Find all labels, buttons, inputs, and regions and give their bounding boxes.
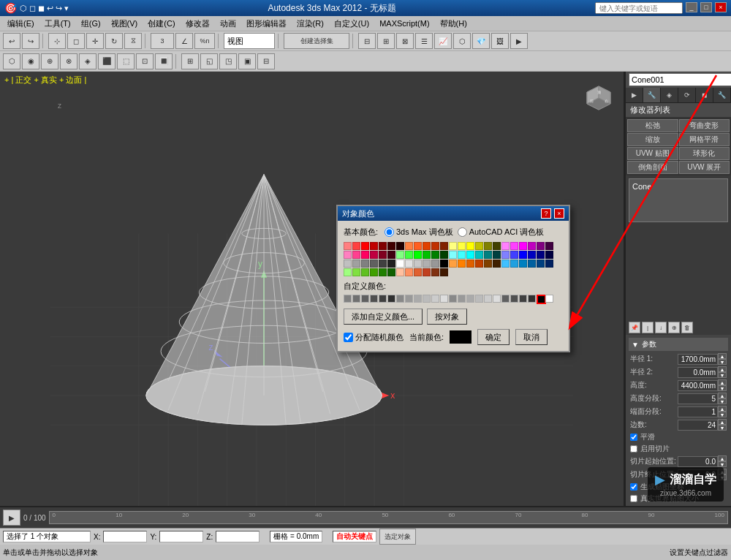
color-cell-18[interactable] <box>501 242 510 250</box>
mod-spherify[interactable]: 球形化 <box>679 147 730 160</box>
color-cell-2[interactable] <box>361 242 369 250</box>
rp-tab-motion[interactable]: ⟳ <box>678 88 696 102</box>
by-object-btn[interactable]: 按对象 <box>427 309 467 325</box>
view-dropdown[interactable]: 视图 <box>224 33 275 49</box>
custom-color-cell-17[interactable] <box>493 295 501 303</box>
radio-aci-option[interactable]: AutoCAD ACI 调色板 <box>458 227 545 238</box>
close-button[interactable]: × <box>715 2 727 12</box>
color-cell-46[interactable] <box>537 251 545 259</box>
z-input[interactable] <box>216 531 260 542</box>
custom-color-cell-2[interactable] <box>361 295 369 303</box>
custom-color-cell-16[interactable] <box>484 295 492 303</box>
custom-color-cell-21[interactable] <box>528 295 536 303</box>
show-end-btn[interactable]: | <box>642 322 654 333</box>
color-cell-70[interactable] <box>537 260 545 268</box>
menu-tools[interactable]: 工具(T) <box>40 18 75 30</box>
custom-color-cell-4[interactable] <box>379 295 387 303</box>
t2-btn1[interactable]: ⬡ <box>3 53 20 69</box>
color-cell-65[interactable] <box>493 260 501 268</box>
color-cell-76[interactable] <box>379 268 387 276</box>
color-cell-66[interactable] <box>501 260 510 268</box>
select-region-button[interactable]: ◻ <box>67 33 85 49</box>
custom-color-cell-23[interactable] <box>545 295 553 303</box>
color-cell-60[interactable] <box>449 260 457 268</box>
rp-tab-hierarchy[interactable]: ◈ <box>661 88 678 102</box>
hsegs-spinner[interactable]: ▲▼ <box>718 393 727 404</box>
maximize-button[interactable]: □ <box>700 2 712 12</box>
color-cell-26[interactable] <box>361 251 369 259</box>
curve-editor-btn[interactable]: 📈 <box>434 33 452 49</box>
color-cell-7[interactable] <box>405 242 413 250</box>
color-cell-23[interactable] <box>545 242 553 250</box>
color-cell-35[interactable] <box>440 251 448 259</box>
select-filter-dropdown[interactable]: 选定对象 <box>379 529 416 545</box>
color-cell-53[interactable] <box>387 260 395 268</box>
t2-btn11[interactable]: ◱ <box>200 53 218 69</box>
color-cell-32[interactable] <box>414 251 422 259</box>
menu-graph-editor[interactable]: 图形编辑器 <box>242 18 291 30</box>
object-name-field[interactable] <box>629 73 731 86</box>
t2-btn2[interactable]: ◉ <box>22 53 39 69</box>
color-cell-74[interactable] <box>361 268 369 276</box>
align-btn[interactable]: ⊠ <box>396 33 414 49</box>
color-cell-54[interactable] <box>396 260 404 268</box>
cancel-button[interactable]: 取消 <box>515 329 548 345</box>
custom-color-cell-11[interactable] <box>440 295 448 303</box>
radio-3ds[interactable] <box>385 227 394 237</box>
genuvw-checkbox[interactable] <box>630 483 637 491</box>
color-cell-34[interactable] <box>431 251 439 259</box>
custom-color-cell-0[interactable] <box>344 295 352 303</box>
color-cell-0[interactable] <box>344 242 352 250</box>
menu-modifier[interactable]: 修改器 <box>181 18 214 30</box>
t2-btn8[interactable]: ⊡ <box>136 53 154 69</box>
color-cell-62[interactable] <box>466 260 474 268</box>
color-cell-22[interactable] <box>537 242 545 250</box>
color-cell-41[interactable] <box>493 251 501 259</box>
custom-color-cell-7[interactable] <box>405 295 413 303</box>
color-cell-78[interactable] <box>396 268 404 276</box>
color-cell-19[interactable] <box>510 242 518 250</box>
custom-color-cell-9[interactable] <box>423 295 431 303</box>
color-cell-39[interactable] <box>475 251 483 259</box>
color-cell-67[interactable] <box>510 260 518 268</box>
setkey-label[interactable]: 设置关键点过滤器 <box>670 548 728 558</box>
color-cell-28[interactable] <box>379 251 387 259</box>
rp-tab-utilities[interactable]: 🔧 <box>713 88 731 102</box>
color-cell-11[interactable] <box>440 242 448 250</box>
material-btn[interactable]: 💎 <box>472 33 490 49</box>
menu-group[interactable]: 组(G) <box>77 18 105 30</box>
redo-button[interactable]: ↪ <box>22 33 39 49</box>
menu-render[interactable]: 渲染(R) <box>292 18 328 30</box>
y-input[interactable] <box>159 531 203 542</box>
menu-view[interactable]: 视图(V) <box>107 18 143 30</box>
color-cell-3[interactable] <box>370 242 378 250</box>
t2-btn10[interactable]: ⊞ <box>181 53 199 69</box>
color-cell-31[interactable] <box>405 251 413 259</box>
color-cell-68[interactable] <box>519 260 527 268</box>
radius1-value[interactable]: 1700.0mm <box>678 354 718 365</box>
modifier-stack-entry[interactable]: Cone <box>629 178 728 222</box>
color-cell-55[interactable] <box>405 260 413 268</box>
t2-btn6[interactable]: ⬛ <box>98 53 115 69</box>
make-unique-btn[interactable]: ⊕ <box>668 322 680 333</box>
x-input[interactable] <box>103 531 147 542</box>
radius2-value[interactable]: 0.0mm <box>678 367 718 378</box>
t2-btn4[interactable]: ⊗ <box>60 53 77 69</box>
menu-help[interactable]: 帮助(H) <box>436 18 471 30</box>
mod-scale[interactable]: 缩放 <box>627 133 678 146</box>
color-cell-1[interactable] <box>352 242 360 250</box>
schematic-btn[interactable]: ⬡ <box>453 33 471 49</box>
dialog-help-btn[interactable]: ? <box>541 208 551 219</box>
color-cell-75[interactable] <box>370 268 378 276</box>
color-cell-45[interactable] <box>528 251 536 259</box>
mod-bend[interactable]: 弯曲变形 <box>679 119 730 132</box>
color-cell-16[interactable] <box>484 242 492 250</box>
custom-color-cell-12[interactable] <box>449 295 457 303</box>
mod-uvw-unwrap[interactable]: UVW 展开 <box>679 161 730 174</box>
capsegs-spinner[interactable]: ▲▼ <box>718 406 727 417</box>
custom-color-cell-5[interactable] <box>387 295 395 303</box>
color-cell-21[interactable] <box>528 242 536 250</box>
color-cell-49[interactable] <box>352 260 360 268</box>
t2-btn14[interactable]: ⊟ <box>257 53 275 69</box>
color-cell-58[interactable] <box>431 260 439 268</box>
